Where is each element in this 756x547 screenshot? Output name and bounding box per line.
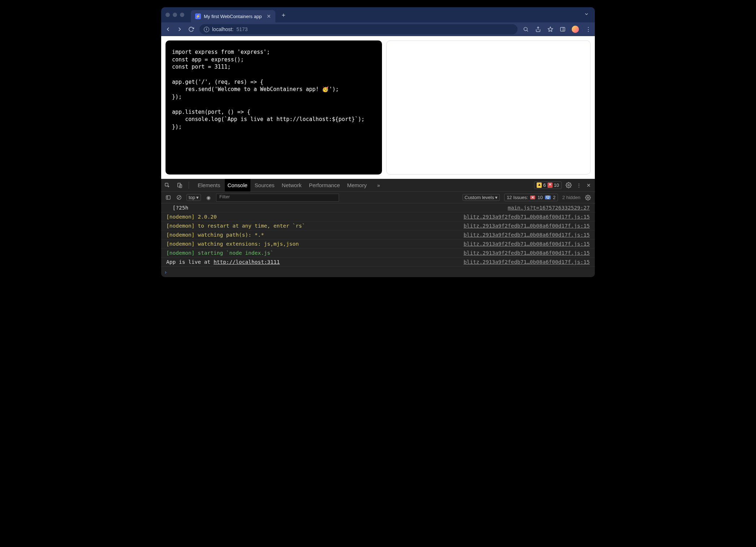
devtools-tab-elements[interactable]: Elements (195, 179, 223, 191)
log-row: [nodemon] watching path(s): *.*blitz.291… (161, 231, 595, 240)
log-message: [nodemon] watching extensions: js,mjs,js… (166, 241, 464, 247)
device-toggle-icon[interactable] (176, 182, 183, 189)
code-editor[interactable]: import express from 'express'; const app… (166, 40, 382, 175)
log-message: [nodemon] starting `node index.js` (166, 250, 464, 256)
url-host: localhost: (212, 26, 233, 32)
context-selector[interactable]: top ▾ (186, 194, 201, 201)
console-filter-input[interactable]: Filter (216, 194, 339, 202)
tab-title: My first WebContainers app (204, 14, 262, 19)
devtools-settings-icon[interactable] (565, 182, 572, 189)
address-bar[interactable]: i localhost:5173 (199, 24, 517, 34)
log-message: [nodemon] 2.0.20 (166, 214, 464, 220)
log-source-link[interactable]: blitz.2913a9f2fedb71…0b08a6f00d17f.js:15 (464, 250, 590, 256)
console-sidebar-toggle-icon[interactable] (165, 194, 171, 201)
console-toolbar: top ▾ ◉ Filter Custom levels ▾ 12 Issues… (161, 192, 595, 203)
log-source-link[interactable]: main.js?t=1675726332529:27 (508, 205, 590, 211)
log-message: App is live at http://localhost:3111 (166, 259, 464, 265)
page-content: import express from 'express'; const app… (161, 36, 595, 179)
live-expression-icon[interactable]: ◉ (205, 194, 212, 201)
clear-console-icon[interactable] (176, 194, 182, 201)
share-icon[interactable] (535, 26, 541, 33)
svg-point-9 (568, 184, 569, 186)
svg-marker-3 (548, 27, 553, 31)
svg-line-1 (527, 30, 528, 31)
site-info-icon[interactable]: i (204, 27, 209, 32)
devtools-menu-icon[interactable]: ⋮ (575, 182, 582, 189)
maximize-window-button[interactable] (180, 13, 184, 17)
bolt-icon: ⚡ (195, 13, 201, 19)
profile-avatar[interactable] (572, 26, 579, 33)
svg-line-13 (177, 196, 180, 199)
log-source-link[interactable]: blitz.2913a9f2fedb71…0b08a6f00d17f.js:15 (464, 223, 590, 229)
devtools-panel: ElementsConsoleSourcesNetworkPerformance… (161, 179, 595, 277)
warning-error-badges[interactable]: ▲6 ✕10 (534, 181, 562, 189)
error-icon: ✕ (530, 195, 535, 199)
log-source-link[interactable]: blitz.2913a9f2fedb71…0b08a6f00d17f.js:15 (464, 232, 590, 238)
svg-point-14 (587, 197, 589, 198)
sidepanel-icon[interactable] (559, 26, 566, 33)
devtools-tab-network[interactable]: Network (279, 179, 305, 191)
console-log: [?25hmain.js?t=1675726332529:27[nodemon]… (161, 203, 595, 267)
log-message: [nodemon] watching path(s): *.* (166, 232, 464, 238)
minimize-window-button[interactable] (173, 13, 177, 17)
new-tab-button[interactable]: ＋ (280, 11, 287, 19)
hidden-count[interactable]: 2 hidden (562, 195, 580, 200)
log-link[interactable]: http://localhost:3111 (214, 259, 280, 265)
back-button[interactable] (165, 26, 171, 33)
devtools-tab-memory[interactable]: Memory (344, 179, 370, 191)
inspect-element-icon[interactable] (164, 182, 171, 189)
svg-rect-4 (560, 27, 565, 31)
browser-toolbar: i localhost:5173 ⋮ (161, 22, 595, 36)
issues-badge[interactable]: 12 Issues: ✕10 🗨2 (504, 194, 558, 201)
browser-tab[interactable]: ⚡ My first WebContainers app ✕ (191, 10, 275, 22)
svg-point-0 (524, 27, 527, 31)
bookmark-star-icon[interactable] (547, 26, 554, 33)
warning-count: 6 (543, 182, 546, 188)
more-tabs-icon[interactable]: » (375, 182, 382, 189)
log-source-link[interactable]: blitz.2913a9f2fedb71…0b08a6f00d17f.js:15 (464, 214, 590, 220)
search-icon[interactable] (523, 26, 529, 33)
error-count: 10 (554, 182, 559, 188)
devtools-tab-bar: ElementsConsoleSourcesNetworkPerformance… (161, 179, 595, 192)
tab-close-button[interactable]: ✕ (267, 13, 271, 19)
devtools-tab-sources[interactable]: Sources (252, 179, 278, 191)
log-row: App is live at http://localhost:3111blit… (161, 258, 595, 267)
log-source-link[interactable]: blitz.2913a9f2fedb71…0b08a6f00d17f.js:15 (464, 259, 590, 265)
close-window-button[interactable] (166, 13, 170, 17)
preview-frame (386, 40, 590, 175)
log-row: [?25hmain.js?t=1675726332529:27 (161, 203, 595, 212)
reload-button[interactable] (188, 26, 194, 33)
log-message: [nodemon] to restart at any time, enter … (166, 223, 464, 229)
log-row: [nodemon] watching extensions: js,mjs,js… (161, 240, 595, 249)
info-icon: 🗨 (545, 195, 551, 199)
log-levels-selector[interactable]: Custom levels ▾ (463, 194, 500, 201)
log-row: [nodemon] 2.0.20blitz.2913a9f2fedb71…0b0… (161, 212, 595, 221)
error-icon: ✕ (547, 182, 553, 188)
log-source-link[interactable]: blitz.2913a9f2fedb71…0b08a6f00d17f.js:15 (464, 241, 590, 247)
log-row: [nodemon] to restart at any time, enter … (161, 221, 595, 231)
menu-button[interactable]: ⋮ (585, 26, 591, 33)
devtools-tab-performance[interactable]: Performance (306, 179, 343, 191)
devtools-close-icon[interactable]: ✕ (585, 182, 592, 189)
tabs-dropdown-button[interactable] (584, 12, 592, 18)
url-port: 5173 (236, 26, 248, 32)
chevron-down-icon: ▾ (495, 195, 498, 200)
console-prompt[interactable]: › (161, 267, 595, 277)
issues-label: 12 Issues: (507, 195, 528, 200)
log-message: [?25h (166, 205, 508, 211)
warning-icon: ▲ (537, 182, 542, 188)
log-row: [nodemon] starting `node index.js`blitz.… (161, 249, 595, 258)
tab-strip: ⚡ My first WebContainers app ✕ ＋ (161, 7, 595, 22)
traffic-lights (166, 13, 184, 17)
forward-button[interactable] (176, 26, 183, 33)
browser-window: ⚡ My first WebContainers app ✕ ＋ i local… (161, 7, 595, 277)
svg-rect-7 (178, 183, 181, 187)
console-settings-icon[interactable] (585, 194, 591, 201)
devtools-tab-console[interactable]: Console (225, 179, 250, 191)
chevron-down-icon: ▾ (196, 195, 199, 200)
